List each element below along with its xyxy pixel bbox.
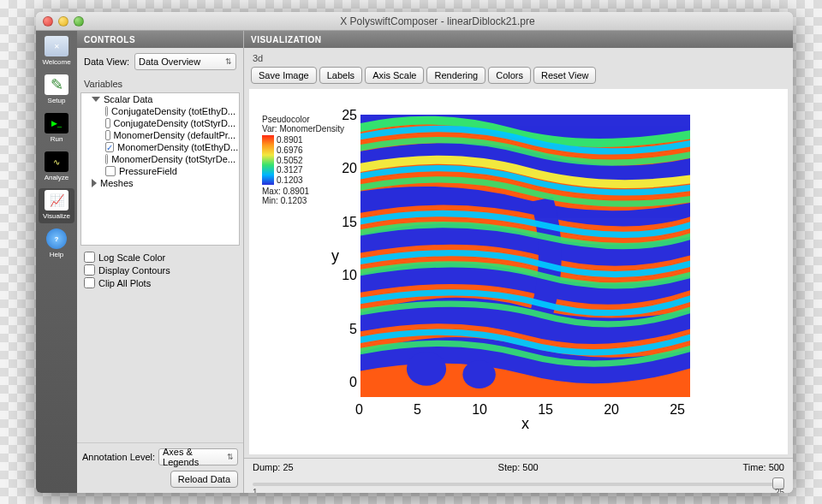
- welcome-icon: ✕: [45, 36, 68, 56]
- slider-max-label: 25: [775, 488, 784, 493]
- checkbox-icon[interactable]: [105, 154, 108, 164]
- y-axis-ticks: 25 20 15 10 5 0: [335, 108, 357, 390]
- svg-point-2: [462, 360, 496, 388]
- option-label: Display Contours: [98, 265, 170, 276]
- annotation-level-value: Axes & Legends: [163, 447, 227, 467]
- chevron-updown-icon: ⇅: [225, 57, 232, 66]
- variable-tree[interactable]: Scalar Data ConjugateDensity (totEthyD..…: [80, 92, 240, 246]
- status-dump: Dump: 25: [253, 462, 294, 472]
- status-time: Time: 500: [742, 462, 784, 472]
- tree-item[interactable]: ConjugateDensity (totStyrD...: [81, 117, 239, 129]
- analyze-icon: ∿: [45, 151, 68, 172]
- display-contours-checkbox[interactable]: Display Contours: [84, 264, 236, 276]
- status-bar: Dump: 25 Step: 500 Time: 500 1 25: [244, 458, 793, 493]
- reset-view-button[interactable]: Reset View: [533, 67, 596, 84]
- tick-label: 15: [335, 215, 357, 230]
- tree-item[interactable]: PressureField: [81, 165, 239, 177]
- tree-group-label: Meshes: [100, 178, 134, 188]
- plot-area[interactable]: Pseudocolor Var: MonomerDensity 0.8901 0…: [249, 89, 788, 454]
- option-label: Log Scale Color: [98, 252, 165, 263]
- checkbox-icon[interactable]: [105, 106, 108, 116]
- visualization-header: VISUALIZATION: [244, 31, 793, 48]
- sidebar-item-run[interactable]: ▶_ Run: [39, 111, 74, 146]
- x-axis-label: x: [521, 415, 529, 433]
- app-window: X PolyswiftComposer - linearDiblock21.pr…: [36, 12, 793, 493]
- sidebar-item-label: Setup: [48, 97, 66, 104]
- tree-group-scalar[interactable]: Scalar Data: [81, 93, 239, 105]
- slider-min-label: 1: [253, 488, 258, 493]
- button-label: Save Image: [259, 70, 309, 80]
- legend-var: Var: MonomerDensity: [262, 124, 344, 133]
- viz-mode-label: 3d: [253, 53, 786, 63]
- sidebar-item-welcome[interactable]: ✕ Welcome: [39, 34, 74, 69]
- zoom-icon[interactable]: [74, 16, 84, 27]
- colorbar-icon: [262, 135, 274, 185]
- button-label: Rendering: [434, 70, 478, 80]
- svg-point-1: [407, 352, 446, 386]
- legend-min: Min: 0.1203: [262, 196, 344, 205]
- colorbar-tick: 0.1203: [277, 175, 303, 185]
- save-image-button[interactable]: Save Image: [251, 67, 317, 84]
- minimize-icon[interactable]: [58, 16, 68, 27]
- button-label: Axis Scale: [372, 70, 416, 80]
- tree-item[interactable]: MonomerDensity (defaultPr...: [81, 129, 239, 141]
- colorbar-tick: 0.6976: [277, 145, 303, 155]
- annotation-level-select[interactable]: Axes & Legends ⇅: [158, 448, 238, 465]
- tree-item-label: MonomerDensity (totStyrDe...: [111, 154, 235, 164]
- tick-label: 20: [335, 161, 357, 176]
- colorbar-legend: Pseudocolor Var: MonomerDensity 0.8901 0…: [262, 115, 344, 205]
- button-label: Reset View: [541, 70, 588, 80]
- close-icon[interactable]: [43, 16, 53, 27]
- app-sidebar: ✕ Welcome ✎ Setup ▶_ Run ∿ Analyze 📈 Vis…: [36, 31, 77, 493]
- tree-item[interactable]: ✓MonomerDensity (totEthyD...: [81, 141, 239, 153]
- x-axis-ticks: 0 5 10 15 20 25: [355, 402, 685, 418]
- labels-button[interactable]: Labels: [319, 67, 362, 84]
- rendering-button[interactable]: Rendering: [426, 67, 485, 84]
- controls-panel: CONTROLS Data View: Data Overview ⇅ Vari…: [77, 31, 244, 493]
- tick-label: 10: [472, 402, 487, 418]
- sidebar-item-analyze[interactable]: ∿ Analyze: [39, 150, 74, 185]
- colorbar-tick: 0.3127: [277, 165, 303, 175]
- titlebar: X PolyswiftComposer - linearDiblock21.pr…: [36, 12, 793, 31]
- tick-label: 5: [335, 322, 357, 337]
- tree-item-label: ConjugateDensity (totEthyD...: [111, 106, 235, 116]
- checkbox-icon[interactable]: ✓: [105, 142, 114, 152]
- reload-data-button[interactable]: Reload Data: [170, 471, 238, 488]
- sidebar-item-help[interactable]: ? Help: [39, 227, 74, 262]
- checkbox-icon[interactable]: [105, 130, 110, 140]
- axis-scale-button[interactable]: Axis Scale: [365, 67, 424, 84]
- button-label: Colors: [496, 70, 523, 80]
- tick-label: 5: [414, 402, 421, 418]
- tick-label: 0: [335, 375, 357, 390]
- checkbox-icon[interactable]: [105, 166, 116, 176]
- chevron-right-icon: [92, 179, 97, 187]
- tree-item[interactable]: ConjugateDensity (totEthyD...: [81, 105, 239, 117]
- log-scale-checkbox[interactable]: Log Scale Color: [84, 251, 236, 264]
- option-label: Clip All Plots: [98, 278, 151, 288]
- annotation-level-label: Annotation Level:: [82, 452, 155, 462]
- tick-label: 15: [538, 402, 553, 418]
- tree-item[interactable]: MonomerDensity (totStyrDe...: [81, 153, 239, 165]
- colors-button[interactable]: Colors: [488, 67, 531, 84]
- tree-group-meshes[interactable]: Meshes: [81, 177, 239, 189]
- legend-title: Pseudocolor: [262, 115, 344, 124]
- status-step: Step: 500: [498, 462, 539, 472]
- tree-group-label: Scalar Data: [104, 94, 152, 104]
- tick-label: 25: [335, 108, 357, 123]
- slider-track: [253, 483, 784, 486]
- data-view-select[interactable]: Data Overview ⇅: [134, 53, 236, 70]
- tick-label: 0: [355, 402, 363, 418]
- sidebar-item-label: Visualize: [43, 212, 70, 220]
- clip-plots-checkbox[interactable]: Clip All Plots: [84, 276, 236, 289]
- variables-label: Variables: [77, 75, 243, 92]
- visualize-icon: 📈: [45, 190, 68, 210]
- sidebar-item-label: Welcome: [42, 58, 70, 66]
- sidebar-item-visualize[interactable]: 📈 Visualize: [39, 188, 74, 223]
- colorbar-tick: 0.5052: [277, 156, 303, 165]
- tick-label: 20: [604, 402, 619, 418]
- chevron-down-icon: [92, 97, 100, 102]
- sidebar-item-setup[interactable]: ✎ Setup: [39, 73, 74, 108]
- colorbar-tick: 0.8901: [277, 135, 303, 145]
- checkbox-icon[interactable]: [105, 118, 110, 128]
- timestep-slider[interactable]: 1 25: [253, 476, 784, 491]
